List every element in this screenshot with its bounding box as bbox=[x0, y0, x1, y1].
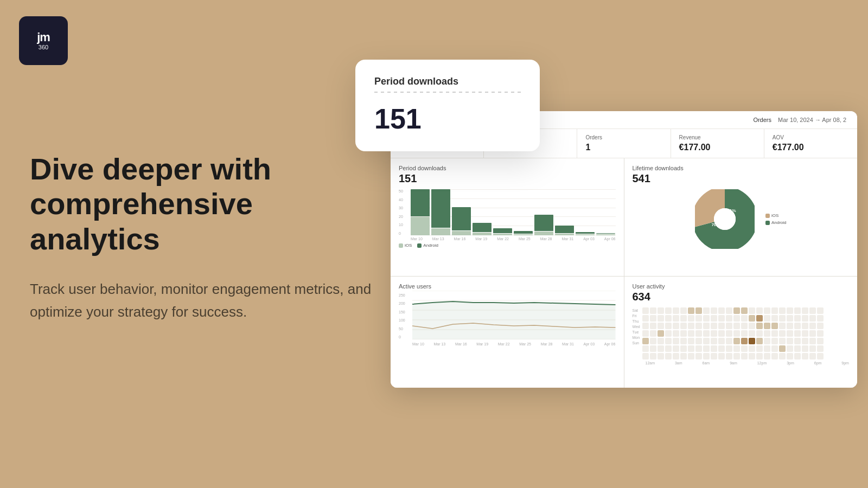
subtext: Track user behavior, monitor engagement … bbox=[30, 278, 377, 323]
line-chart-svg bbox=[412, 291, 616, 339]
stat-label-3: Revenue bbox=[679, 134, 756, 140]
charts-area: Period downloads 151 50 40 30 20 10 0 bbox=[391, 158, 857, 388]
period-downloads-value: 151 bbox=[399, 172, 616, 185]
logo: jm 360 bbox=[19, 16, 68, 65]
pie-chart-container: 29.21% 70.79% iOS Android bbox=[633, 189, 850, 249]
active-users-title: Active users bbox=[399, 283, 616, 290]
lifetime-downloads-chart: Lifetime downloads 541 29.21% 70.79% bbox=[624, 158, 858, 276]
date-range: Mar 10, 2024 → Apr 08, 2 bbox=[778, 117, 846, 123]
user-activity-value: 634 bbox=[633, 291, 850, 303]
bar-chart-container bbox=[411, 189, 616, 235]
legend-ios: iOS bbox=[399, 243, 412, 248]
pie-legend: iOS Android bbox=[765, 213, 787, 225]
svg-marker-11 bbox=[412, 301, 616, 339]
stat-label-4: AOV bbox=[773, 134, 849, 140]
bar-group bbox=[452, 189, 471, 235]
legend-android: Android bbox=[417, 243, 438, 248]
lifetime-downloads-title: Lifetime downloads bbox=[633, 165, 850, 171]
bar-group bbox=[596, 189, 615, 235]
bar-group bbox=[411, 189, 430, 235]
bar-group bbox=[493, 189, 512, 235]
bar-chart-legend: iOS Android bbox=[399, 243, 616, 248]
heatmap-y-labels: Sat Fri Thu Wed Tue Mon Sun bbox=[633, 307, 640, 345]
stat-value-4: €177.00 bbox=[773, 143, 849, 152]
active-users-chart: Active users 250 200 150 100 50 0 bbox=[391, 277, 624, 388]
user-activity-chart: User activity 634 Sat Fri Thu Wed Tue Mo… bbox=[624, 277, 858, 388]
stat-value-2: 1 bbox=[585, 143, 662, 152]
y-axis: 50 40 30 20 10 0 bbox=[399, 189, 410, 235]
user-activity-title: User activity bbox=[633, 283, 850, 290]
dashboard: Orders Mar 10, 2024 → Apr 08, 2 Period d… bbox=[391, 111, 857, 388]
period-downloads-chart: Period downloads 151 50 40 30 20 10 0 bbox=[391, 158, 624, 276]
bar-group bbox=[555, 189, 574, 235]
bar-group bbox=[576, 189, 595, 235]
svg-text:70.79%: 70.79% bbox=[711, 222, 726, 227]
line-chart-container: 250 200 150 100 50 0 bbox=[399, 291, 616, 350]
bar-group bbox=[473, 189, 492, 235]
logo-line1: jm bbox=[37, 31, 50, 44]
pie-chart: 29.21% 70.79% bbox=[695, 189, 755, 249]
stat-aov: AOV €177.00 bbox=[764, 129, 857, 158]
logo-line2: 360 bbox=[37, 44, 50, 50]
bar-group bbox=[534, 189, 553, 235]
lifetime-downloads-value: 541 bbox=[633, 172, 850, 185]
bar-group bbox=[514, 189, 533, 235]
headline: Dive deeper with comprehensive analytics bbox=[30, 152, 377, 256]
floating-card-value: 151 bbox=[374, 102, 521, 135]
stat-label-2: Orders bbox=[585, 134, 662, 140]
bar-group bbox=[431, 189, 450, 235]
bar-chart bbox=[411, 189, 616, 235]
x-axis: Mar 10 Mar 13 Mar 16 Mar 19 Mar 22 Mar 2… bbox=[411, 237, 616, 241]
floating-card: Period downloads 151 bbox=[355, 60, 540, 151]
stat-orders: Orders 1 bbox=[577, 129, 671, 158]
heatmap-wrapper: Sat Fri Thu Wed Tue Mon Sun bbox=[633, 307, 850, 359]
svg-text:29.21%: 29.21% bbox=[721, 208, 736, 213]
stat-value-3: €177.00 bbox=[679, 143, 756, 152]
heatmap-grid bbox=[642, 307, 849, 359]
period-downloads-title: Period downloads bbox=[399, 165, 616, 171]
orders-label: Orders bbox=[753, 117, 771, 123]
left-content: Dive deeper with comprehensive analytics… bbox=[30, 152, 377, 323]
floating-card-divider bbox=[374, 92, 521, 93]
floating-card-label: Period downloads bbox=[374, 76, 521, 87]
heatmap-x-labels: 12am 3am 6am 9am 12pm 3pm 6pm 9pm bbox=[646, 361, 850, 365]
stat-revenue: Revenue €177.00 bbox=[671, 129, 764, 158]
